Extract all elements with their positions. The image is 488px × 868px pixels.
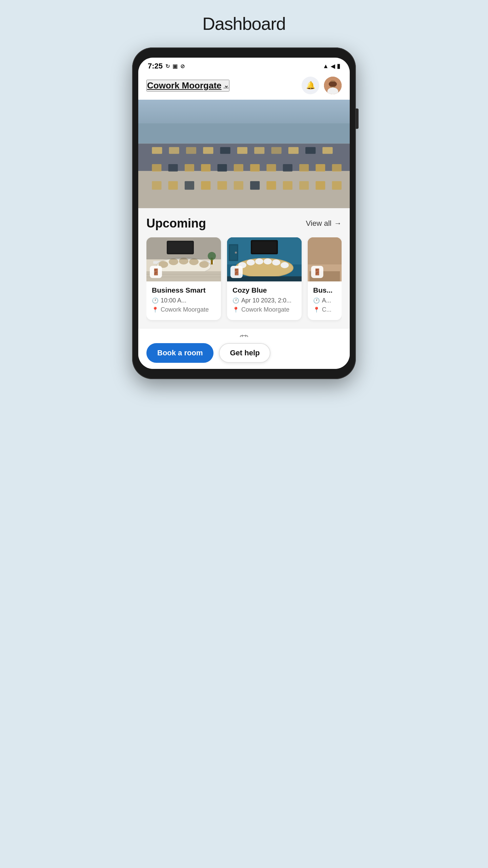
- get-help-button[interactable]: Get help: [219, 343, 270, 363]
- notifications-button[interactable]: 🔔: [302, 77, 319, 94]
- building-facade: [138, 123, 350, 208]
- svg-rect-56: [146, 237, 221, 259]
- room-card-1-image: 🚪: [146, 237, 221, 281]
- room-card-3-image: 🚪: [308, 237, 342, 281]
- header-actions: 🔔: [302, 77, 342, 94]
- svg-point-66: [264, 258, 272, 264]
- view-all-label: View all: [306, 219, 331, 228]
- user-photo: [324, 77, 342, 94]
- room-time-1: 10:00 A...: [161, 297, 186, 304]
- pin-icon-2: 📍: [232, 307, 239, 313]
- phone-screen: 7:25 ↻ ▣ ⊘ ▲ ◀ ▮ Cowork Moorgate ⌄ 🔔: [138, 58, 350, 369]
- svg-point-65: [255, 258, 263, 264]
- svg-rect-76: [308, 237, 342, 264]
- room-card-3[interactable]: 🚪 Bus... 🕐 A... 📍 C...: [308, 237, 342, 320]
- avatar[interactable]: [324, 77, 342, 94]
- upcoming-section: Upcoming View all →: [138, 208, 350, 328]
- hero-actions: Book a room Get help: [138, 337, 350, 369]
- room-time-2: Apr 10 2023, 2:0...: [241, 297, 291, 304]
- wifi-icon: ▲: [323, 63, 329, 70]
- location-selector[interactable]: Cowork Moorgate ⌄: [146, 80, 229, 92]
- svg-point-4: [329, 81, 337, 87]
- room-name-3: Bus...: [313, 286, 336, 294]
- room-cards-row: 🚪 Business Smart 🕐 10:00 A... 📍 Cowork M…: [146, 237, 342, 328]
- room-location-3: C...: [322, 306, 331, 313]
- room-name-2: Cozy Blue: [232, 286, 296, 294]
- room-location-row-3: 📍 C...: [313, 306, 336, 313]
- room-location-2: Cowork Moorgate: [241, 306, 289, 313]
- clock-icon-2: 🕐: [232, 297, 239, 304]
- page-title: Dashboard: [202, 14, 285, 34]
- room-name-1: Business Smart: [152, 286, 216, 294]
- room-location-row-1: 📍 Cowork Moorgate: [152, 306, 216, 313]
- pin-icon-3: 📍: [313, 307, 320, 313]
- room-door-icon-2: 🚪: [230, 266, 243, 278]
- section-header: Upcoming View all →: [146, 216, 342, 231]
- svg-point-68: [281, 262, 289, 268]
- room-card-1[interactable]: 🚪 Business Smart 🕐 10:00 A... 📍 Cowork M…: [146, 237, 221, 320]
- room-card-1-content: Business Smart 🕐 10:00 A... 📍 Cowork Moo…: [146, 281, 221, 320]
- svg-rect-70: [252, 241, 277, 253]
- svg-point-73: [235, 252, 237, 254]
- clock-icon-3: 🕐: [313, 297, 320, 304]
- svg-point-67: [272, 259, 280, 265]
- pin-icon-1: 📍: [152, 307, 159, 313]
- refresh-icon: ↻: [165, 63, 170, 70]
- room-location-row-2: 📍 Cowork Moorgate: [232, 306, 296, 313]
- svg-rect-43: [138, 123, 350, 208]
- svg-point-51: [199, 261, 209, 268]
- arrow-right-icon: →: [334, 219, 342, 228]
- svg-point-64: [247, 259, 255, 265]
- room-time-row-2: 🕐 Apr 10 2023, 2:0...: [232, 297, 296, 304]
- bell-icon: 🔔: [306, 81, 315, 90]
- room-time-row-1: 🕐 10:00 A...: [152, 297, 216, 304]
- status-bar: 7:25 ↻ ▣ ⊘ ▲ ◀ ▮: [138, 58, 350, 73]
- room-card-3-content: Bus... 🕐 A... 📍 C...: [308, 281, 342, 320]
- phone-frame: 7:25 ↻ ▣ ⊘ ▲ ◀ ▮ Cowork Moorgate ⌄ 🔔: [132, 47, 356, 379]
- room-door-icon-1: 🚪: [150, 266, 162, 278]
- app-header: Cowork Moorgate ⌄ 🔔: [138, 73, 350, 100]
- clock-icon-1: 🕐: [152, 297, 159, 304]
- chevron-down-icon: ⌄: [224, 82, 229, 89]
- storage-icon: ▣: [172, 63, 178, 70]
- room-time-row-3: 🕐 A...: [313, 297, 336, 304]
- do-not-disturb-icon: ⊘: [180, 63, 185, 70]
- view-all-button[interactable]: View all →: [306, 219, 342, 228]
- room-time-3: A...: [322, 297, 331, 304]
- battery-icon: ▮: [337, 62, 340, 70]
- signal-icon: ◀: [331, 63, 335, 70]
- book-room-button[interactable]: Book a room: [146, 343, 214, 363]
- room-card-2-content: Cozy Blue 🕐 Apr 10 2023, 2:0... 📍 Cowork…: [227, 281, 302, 320]
- hero-banner: [138, 100, 350, 208]
- room-location-1: Cowork Moorgate: [161, 306, 209, 313]
- room-card-2-image: 🚪: [227, 237, 302, 281]
- location-name: Cowork Moorgate: [147, 80, 222, 91]
- room-door-icon-3: 🚪: [311, 266, 323, 278]
- status-time: 7:25: [148, 62, 163, 71]
- upcoming-title: Upcoming: [146, 216, 206, 231]
- room-card-2[interactable]: 🚪 Cozy Blue 🕐 Apr 10 2023, 2:0... 📍 Cowo…: [227, 237, 302, 320]
